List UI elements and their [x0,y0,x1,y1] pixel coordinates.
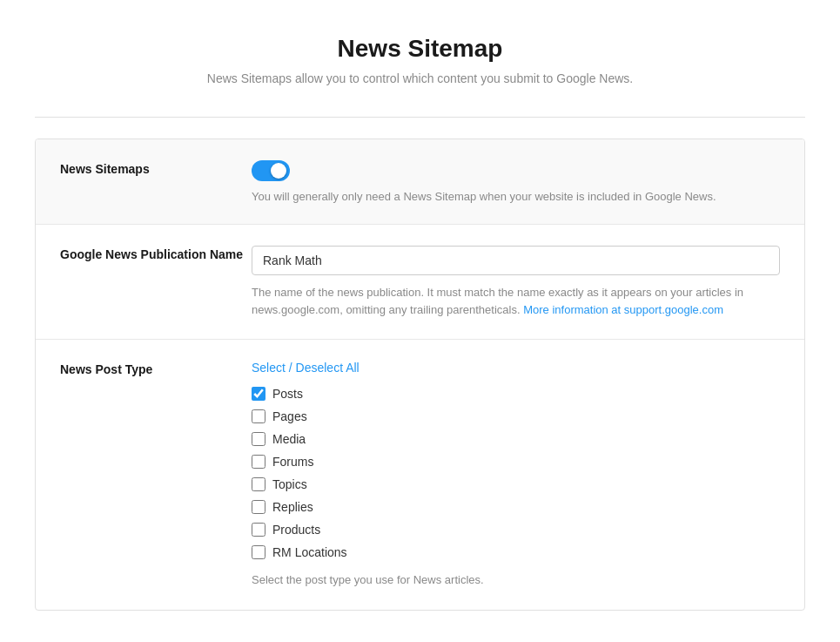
checkbox-posts-label: Posts [272,387,303,401]
checkbox-media[interactable]: Media [252,432,780,446]
checkbox-replies-input[interactable] [252,500,265,514]
page-subtitle: News Sitemaps allow you to control which… [35,71,805,85]
publication-name-label: Google News Publication Name [60,247,243,261]
select-all-link[interactable]: Select / Deselect All [252,361,360,375]
checkbox-products[interactable]: Products [252,523,780,537]
publication-name-label-col: Google News Publication Name [60,246,252,261]
publication-name-content: The name of the news publication. It mus… [252,246,780,318]
checkbox-media-input[interactable] [252,432,265,446]
checkbox-pages-input[interactable] [252,409,265,423]
settings-container: News Sitemaps You will generally only ne… [35,139,805,611]
checkbox-rm-locations-label: RM Locations [272,545,347,559]
checkbox-posts-input[interactable] [252,387,265,401]
post-type-checkbox-list: Posts Pages Media Forums [252,387,780,559]
checkbox-topics-label: Topics [272,477,307,491]
checkbox-forums[interactable]: Forums [252,455,780,469]
checkbox-posts[interactable]: Posts [252,387,780,401]
news-sitemaps-label-col: News Sitemaps [60,160,252,176]
post-type-row: News Post Type Select / Deselect All Pos… [36,340,804,610]
top-divider [35,117,805,118]
checkbox-pages-label: Pages [272,409,307,423]
publication-name-input[interactable] [252,246,780,275]
checkbox-rm-locations[interactable]: RM Locations [252,545,780,559]
page-title: News Sitemap [35,35,805,63]
checkbox-products-label: Products [272,523,320,537]
checkbox-forums-label: Forums [272,455,313,469]
checkbox-topics-input[interactable] [252,477,265,491]
checkbox-pages[interactable]: Pages [252,409,780,423]
post-type-hint: Select the post type you use for News ar… [252,571,780,589]
news-sitemaps-toggle[interactable] [252,160,290,181]
checkbox-topics[interactable]: Topics [252,477,780,491]
news-sitemaps-content: You will generally only need a News Site… [252,160,780,203]
post-type-label-col: News Post Type [60,361,252,376]
news-sitemaps-hint: You will generally only need a News Site… [252,190,780,203]
news-sitemaps-row: News Sitemaps You will generally only ne… [36,139,804,225]
post-type-content: Select / Deselect All Posts Pages Media [252,361,780,589]
checkbox-media-label: Media [272,432,306,446]
page-header: News Sitemap News Sitemaps allow you to … [35,35,805,85]
checkbox-products-input[interactable] [252,523,265,537]
publication-name-description: The name of the news publication. It mus… [252,284,780,318]
news-sitemaps-label: News Sitemaps [60,162,150,176]
checkbox-replies-label: Replies [272,500,313,514]
checkbox-forums-input[interactable] [252,455,265,469]
page-wrapper: News Sitemap News Sitemaps allow you to … [0,0,840,642]
publication-name-row: Google News Publication Name The name of… [36,225,804,340]
post-type-label: News Post Type [60,362,152,376]
checkbox-rm-locations-input[interactable] [252,545,265,559]
toggle-thumb [271,163,286,179]
toggle-wrapper [252,160,780,181]
more-info-link[interactable]: More information at support.google.com [523,303,723,316]
checkbox-replies[interactable]: Replies [252,500,780,514]
